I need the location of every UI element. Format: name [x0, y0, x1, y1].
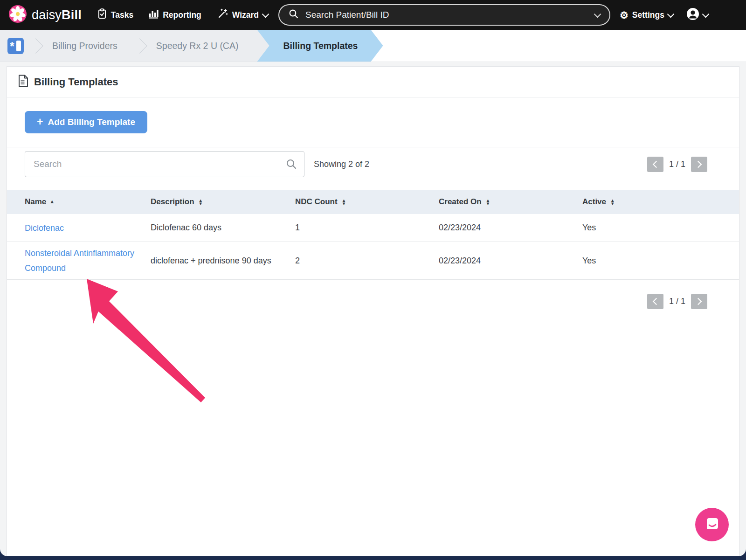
- actions-row: + Add Billing Template: [7, 97, 739, 147]
- breadcrumb-item-provider[interactable]: Speedy Rx 2 U (CA): [156, 41, 239, 51]
- nav-reporting-label: Reporting: [163, 10, 201, 20]
- global-search[interactable]: [278, 4, 610, 26]
- nav-tasks[interactable]: Tasks: [97, 8, 133, 21]
- user-avatar-icon: [686, 7, 699, 22]
- cell-description: diclofenac + prednisone 90 days: [151, 256, 295, 266]
- chevron-right-icon: [695, 298, 702, 305]
- billing-templates-card: Billing Templates + Add Billing Template…: [7, 66, 739, 556]
- plus-icon: +: [37, 116, 43, 128]
- nav-settings[interactable]: ⚙ Settings: [620, 10, 673, 20]
- table-toolbar: Showing 2 of 2 1 / 1: [7, 147, 739, 182]
- column-header-created-on[interactable]: Created On ▲▼: [439, 197, 582, 207]
- cell-created-on: 02/23/2024: [439, 223, 582, 233]
- add-billing-template-label: Add Billing Template: [48, 117, 135, 127]
- column-label: Name: [25, 197, 46, 207]
- daisybill-logo[interactable]: daisyBill: [8, 5, 82, 25]
- chat-widget-button[interactable]: [695, 508, 729, 541]
- cell-description: Diclofenac 60 days: [151, 223, 295, 233]
- chevron-right-icon: [695, 160, 702, 168]
- nav-reporting[interactable]: Reporting: [148, 9, 201, 21]
- page-title: Billing Templates: [34, 76, 118, 88]
- template-link-diclofenac[interactable]: Diclofenac: [25, 223, 64, 233]
- chevron-down-icon: [702, 10, 710, 18]
- column-label: Created On: [439, 197, 482, 207]
- breadcrumb-ancestors: * Billing Providers Speedy Rx 2 U (CA): [0, 30, 269, 62]
- showing-count: Showing 2 of 2: [314, 159, 369, 169]
- clipboard-check-icon: [97, 8, 107, 21]
- top-navbar: daisyBill Tasks: [0, 0, 746, 30]
- column-header-description[interactable]: Description ▲▼: [151, 197, 295, 207]
- global-search-input[interactable]: [304, 9, 595, 21]
- bar-chart-icon: [148, 9, 159, 21]
- next-page-button[interactable]: [691, 294, 707, 309]
- cell-ndc-count: 1: [295, 223, 439, 233]
- sort-icon: ▲▼: [199, 199, 203, 206]
- add-billing-template-button[interactable]: + Add Billing Template: [25, 111, 147, 133]
- breadcrumb: * Billing Providers Speedy Rx 2 U (CA) B…: [0, 30, 746, 62]
- cell-active: Yes: [582, 256, 739, 266]
- nav-wizard[interactable]: Wizard: [217, 8, 268, 21]
- table-row: Diclofenac Diclofenac 60 days 1 02/23/20…: [7, 214, 739, 242]
- exit-door-icon[interactable]: *: [7, 38, 24, 54]
- brand-text: daisyBill: [32, 8, 82, 22]
- breadcrumb-item-active: Billing Templates: [257, 30, 383, 62]
- magic-wand-icon: [217, 8, 228, 21]
- page-indicator: 1 / 1: [669, 297, 685, 306]
- search-icon: [289, 9, 299, 21]
- column-header-name[interactable]: Name ▲: [25, 197, 151, 207]
- template-search-input[interactable]: [25, 151, 304, 177]
- column-label: Active: [582, 197, 606, 207]
- template-search: [25, 151, 304, 177]
- breadcrumb-chevron-icon: [28, 38, 43, 54]
- sort-icon: ▲▼: [610, 199, 615, 206]
- breadcrumb-chevron-icon: [132, 38, 147, 54]
- template-link-nonsteroidal[interactable]: Nonsteroidal Antinflammatory Compound: [25, 246, 146, 276]
- gear-icon: ⚙: [620, 10, 629, 20]
- column-label: Description: [151, 197, 194, 207]
- chevron-down-icon: [262, 10, 269, 18]
- cell-ndc-count: 2: [295, 256, 439, 266]
- page-indicator: 1 / 1: [669, 159, 685, 169]
- card-header: Billing Templates: [7, 67, 739, 97]
- prev-page-button[interactable]: [647, 294, 663, 309]
- table-row: Nonsteroidal Antinflammatory Compound di…: [7, 242, 739, 280]
- prev-page-button[interactable]: [647, 157, 663, 172]
- next-page-button[interactable]: [691, 157, 707, 172]
- nav-tasks-label: Tasks: [111, 10, 133, 20]
- sort-asc-icon: ▲: [49, 199, 55, 204]
- column-header-ndc-count[interactable]: NDC Count ▲▼: [295, 197, 439, 207]
- column-label: NDC Count: [295, 197, 338, 207]
- user-account-menu[interactable]: [686, 7, 708, 22]
- column-header-active[interactable]: Active ▲▼: [582, 197, 739, 207]
- flower-logo-icon: [8, 5, 27, 25]
- chevron-down-icon[interactable]: [594, 10, 601, 18]
- pagination-bottom: 1 / 1: [7, 280, 739, 320]
- door-shape: [16, 41, 21, 51]
- breadcrumb-item-billing-providers[interactable]: Billing Providers: [52, 41, 117, 51]
- chevron-down-icon: [667, 10, 675, 18]
- sort-icon: ▲▼: [342, 199, 346, 206]
- chevron-left-icon: [653, 298, 660, 305]
- table-header: Name ▲ Description ▲▼ NDC Count ▲▼ Creat…: [7, 190, 739, 214]
- document-icon: [18, 75, 28, 89]
- chevron-left-icon: [653, 160, 660, 168]
- chat-bubble-icon: [695, 508, 729, 541]
- nav-settings-label: Settings: [632, 10, 664, 20]
- nav-wizard-label: Wizard: [232, 10, 259, 20]
- cell-created-on: 02/23/2024: [439, 256, 582, 266]
- app-sheet: daisyBill Tasks: [0, 0, 746, 556]
- sort-icon: ▲▼: [486, 199, 490, 206]
- asterisk-glyph: *: [10, 40, 14, 53]
- cell-active: Yes: [582, 223, 739, 233]
- search-icon: [286, 159, 297, 170]
- pagination-top: 1 / 1: [647, 157, 707, 172]
